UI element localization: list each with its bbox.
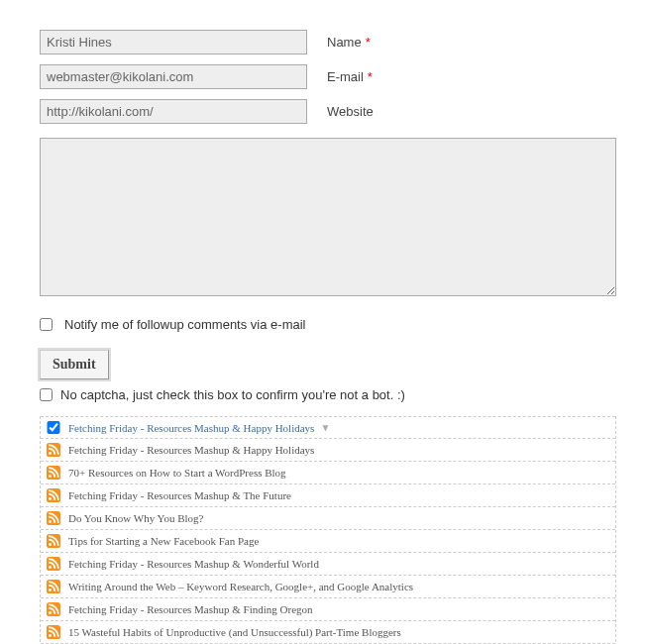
- post-link[interactable]: Fetching Friday - Resources Mashup & Hap…: [68, 422, 314, 434]
- svg-point-5: [49, 497, 52, 500]
- rss-icon: [47, 534, 60, 548]
- svg-point-13: [49, 589, 52, 591]
- post-item: Fetching Friday - Resources Mashup & Fin…: [41, 597, 615, 620]
- post-item: Writing Around the Web – Keyword Researc…: [41, 575, 615, 597]
- svg-point-7: [49, 520, 52, 523]
- post-item: 15 Wasteful Habits of Unproductive (and …: [41, 620, 615, 643]
- svg-point-1: [49, 452, 52, 455]
- svg-point-3: [49, 475, 52, 478]
- name-input[interactable]: [40, 30, 307, 54]
- dropdown-icon[interactable]: ▼: [320, 422, 330, 433]
- rss-icon: [47, 580, 60, 593]
- notify-checkbox[interactable]: [40, 318, 53, 331]
- rss-icon: [47, 488, 60, 502]
- post-select-checkbox[interactable]: [47, 421, 60, 434]
- post-item: 70+ Resources on How to Start a WordPres…: [41, 461, 615, 483]
- notify-label: Notify me of followup comments via e-mai…: [64, 317, 305, 332]
- rss-icon: [47, 602, 60, 616]
- post-link[interactable]: 15 Wasteful Habits of Unproductive (and …: [68, 626, 401, 638]
- website-label: Website: [327, 104, 374, 119]
- post-item: Do You Know Why You Blog?: [41, 506, 615, 529]
- rss-icon: [47, 443, 60, 457]
- post-item: Fetching Friday - Resources Mashup & Hap…: [41, 438, 615, 461]
- svg-point-9: [49, 543, 52, 546]
- email-label: E-mail*: [327, 69, 373, 84]
- captcha-label: No captcha, just check this box to confi…: [60, 387, 405, 402]
- email-input[interactable]: [40, 64, 307, 89]
- recent-posts-list: Fetching Friday - Resources Mashup & Hap…: [40, 416, 616, 644]
- post-link[interactable]: Fetching Friday - Resources Mashup & Hap…: [68, 444, 314, 456]
- rss-icon: [47, 511, 60, 525]
- svg-point-11: [49, 566, 52, 569]
- post-item: Tips for Starting a New Facebook Fan Pag…: [41, 529, 615, 552]
- post-link[interactable]: Writing Around the Web – Keyword Researc…: [68, 581, 413, 592]
- post-link[interactable]: Fetching Friday - Resources Mashup & Won…: [68, 558, 319, 570]
- post-item: Fetching Friday - Resources Mashup & Won…: [41, 552, 615, 575]
- submit-button[interactable]: Submit: [40, 350, 109, 379]
- rss-icon: [47, 557, 60, 571]
- svg-point-17: [49, 634, 52, 637]
- post-link[interactable]: Fetching Friday - Resources Mashup & Fin…: [68, 603, 313, 615]
- post-link[interactable]: Fetching Friday - Resources Mashup & The…: [68, 489, 291, 501]
- post-item: Fetching Friday - Resources Mashup & Hap…: [41, 416, 615, 438]
- rss-icon: [47, 466, 60, 480]
- post-link[interactable]: 70+ Resources on How to Start a WordPres…: [68, 467, 286, 479]
- post-item: Fetching Friday - Resources Mashup & The…: [41, 483, 615, 506]
- svg-point-15: [49, 611, 52, 614]
- website-input[interactable]: [40, 99, 307, 124]
- post-link[interactable]: Tips for Starting a New Facebook Fan Pag…: [68, 535, 259, 547]
- comment-textarea[interactable]: [40, 138, 616, 296]
- post-link[interactable]: Do You Know Why You Blog?: [68, 512, 203, 524]
- name-label: Name*: [327, 35, 371, 50]
- rss-icon: [47, 625, 60, 639]
- captcha-checkbox[interactable]: [40, 388, 53, 401]
